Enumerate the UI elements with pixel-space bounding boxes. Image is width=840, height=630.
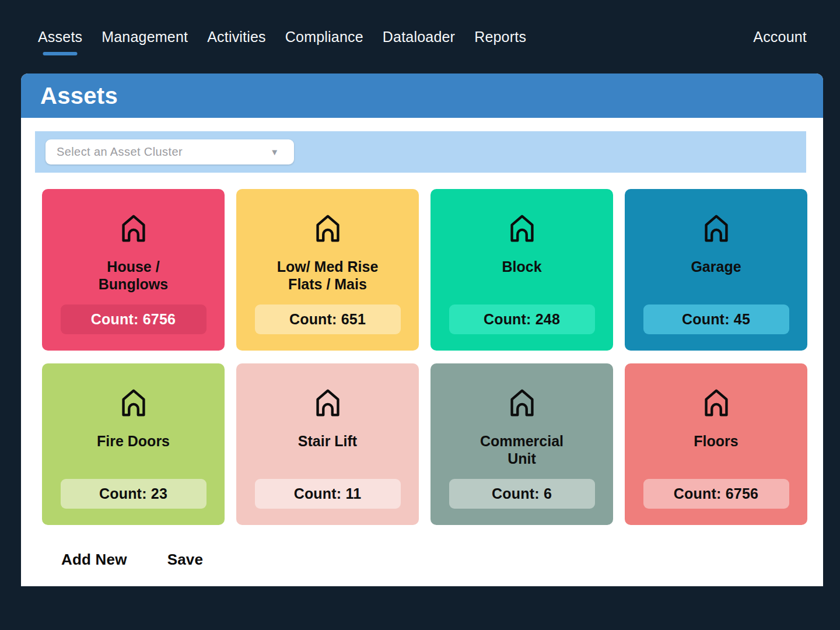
home-icon <box>310 384 346 421</box>
count-badge: Count: 651 <box>255 304 401 334</box>
page-title: Assets <box>40 83 118 109</box>
assets-panel: Assets Select an Asset Cluster ▼ House /… <box>21 74 823 586</box>
count-badge: Count: 6756 <box>61 304 206 334</box>
panel-header: Assets <box>21 74 823 118</box>
nav-item-reports[interactable]: Reports <box>474 29 526 46</box>
asset-card-floors[interactable]: Floors Count: 6756 <box>625 363 807 525</box>
asset-card-title: Floors <box>694 432 738 450</box>
nav-item-assets[interactable]: Assets <box>38 29 82 46</box>
top-navigation: Assets Management Activities Compliance … <box>0 0 840 74</box>
asset-card-house-bunglows[interactable]: House / Bunglows Count: 6756 <box>42 189 225 351</box>
asset-cluster-select[interactable]: Select an Asset Cluster ▼ <box>46 139 294 164</box>
nav-item-account[interactable]: Account <box>753 29 807 46</box>
home-icon <box>310 210 346 246</box>
home-icon <box>116 384 152 421</box>
asset-card-title: Commercial Unit <box>467 432 578 467</box>
add-new-button[interactable]: Add New <box>61 551 127 569</box>
asset-card-title: Fire Doors <box>97 432 170 450</box>
count-badge: Count: 6 <box>449 479 595 509</box>
nav-item-dataloader[interactable]: Dataloader <box>383 29 455 46</box>
asset-card-title: Stair Lift <box>298 432 357 450</box>
nav-item-compliance[interactable]: Compliance <box>285 29 363 46</box>
dropdown-caret-icon: ▼ <box>270 148 279 156</box>
home-icon <box>698 210 734 246</box>
save-button[interactable]: Save <box>167 551 204 569</box>
asset-card-grid: House / Bunglows Count: 6756 Low/ Med Ri… <box>42 189 807 525</box>
asset-card-low-med-rise-flats[interactable]: Low/ Med Rise Flats / Mais Count: 651 <box>236 189 419 351</box>
footer-actions: Add New Save <box>61 551 823 569</box>
asset-card-title: Low/ Med Rise Flats / Mais <box>272 258 383 293</box>
asset-card-garage[interactable]: Garage Count: 45 <box>625 189 807 351</box>
asset-card-block[interactable]: Block Count: 248 <box>430 189 613 351</box>
home-icon <box>504 384 540 421</box>
home-icon <box>698 384 734 421</box>
home-icon <box>504 210 540 246</box>
asset-card-fire-doors[interactable]: Fire Doors Count: 23 <box>42 363 225 525</box>
asset-card-stair-lift[interactable]: Stair Lift Count: 11 <box>236 363 419 525</box>
asset-card-commercial-unit[interactable]: Commercial Unit Count: 6 <box>430 363 613 525</box>
asset-card-title: Block <box>502 258 541 275</box>
count-badge: Count: 45 <box>643 304 789 334</box>
count-badge: Count: 6756 <box>643 479 789 509</box>
asset-card-title: Garage <box>691 258 741 275</box>
nav-item-activities[interactable]: Activities <box>207 29 266 46</box>
nav-item-management[interactable]: Management <box>102 29 188 46</box>
asset-card-title: House / Bunglows <box>78 258 189 293</box>
home-icon <box>116 210 152 246</box>
count-badge: Count: 23 <box>61 479 206 509</box>
asset-cluster-filter-bar: Select an Asset Cluster ▼ <box>35 131 806 173</box>
count-badge: Count: 248 <box>449 304 595 334</box>
asset-cluster-select-placeholder: Select an Asset Cluster <box>57 145 183 159</box>
count-badge: Count: 11 <box>255 479 401 509</box>
